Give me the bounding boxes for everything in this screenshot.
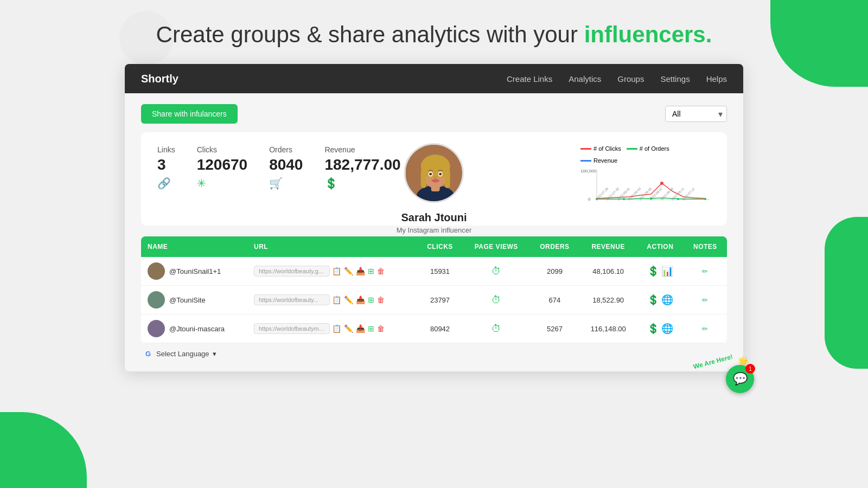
row3-action: 💲 🌐 xyxy=(637,314,684,343)
revenue-value: 182,777.00 xyxy=(324,156,400,174)
row1-revenue: 48,106.10 xyxy=(580,257,637,286)
nav-analytics[interactable]: Analytics xyxy=(569,74,601,84)
row3-clicks: 80942 xyxy=(417,314,463,343)
legend-orders: # of Orders xyxy=(627,145,669,152)
row3-url-actions: 📋 ✏️ 📥 ⊞ 🗑 xyxy=(332,324,385,333)
row2-revenue: 18,522.90 xyxy=(580,286,637,314)
delete-icon[interactable]: 🗑 xyxy=(377,296,385,304)
top-bar: Share with infulancers All This Week Thi… xyxy=(141,104,727,124)
links-label: Links xyxy=(157,145,175,154)
profile-center: Sarah Jtouni My Instagram influencer xyxy=(397,143,472,234)
svg-text:100,000: 100,000 xyxy=(580,169,596,174)
legend-orders-label: # of Orders xyxy=(640,145,669,152)
row3-pageviews: ⏱ xyxy=(463,314,529,343)
delete-icon[interactable]: 🗑 xyxy=(377,324,385,333)
revenue-icon: 💲 xyxy=(324,177,338,190)
row1-name: @TouniSnail1+1 xyxy=(141,257,247,286)
globe-icon[interactable]: 🌐 xyxy=(661,323,673,335)
table-body: @TouniSnail1+1 https://worldofbeauty.g..… xyxy=(141,257,727,343)
avatar-image xyxy=(406,145,462,201)
row1-url: https://worldofbeauty.g... 📋 ✏️ 📥 ⊞ 🗑 xyxy=(247,257,417,286)
chart-section: # of Clicks # of Orders Revenue xyxy=(580,145,711,213)
table-row: @TouniSite https://worldofbeauty... 📋 ✏️… xyxy=(141,286,727,314)
table-row: @TouniSnail1+1 https://worldofbeauty.g..… xyxy=(141,257,727,286)
revenue-action-icon[interactable]: 💲 xyxy=(647,265,659,277)
qr-icon[interactable]: ⊞ xyxy=(368,296,374,304)
chat-badge: 1 xyxy=(745,364,755,374)
copy-icon[interactable]: 📋 xyxy=(332,267,341,275)
copy-icon[interactable]: 📋 xyxy=(332,296,341,304)
chart-action-icon[interactable]: 📊 xyxy=(661,265,673,277)
row1-avatar xyxy=(148,262,165,280)
row3-name: @Jtouni-mascara xyxy=(141,314,247,343)
edit-icon[interactable]: ✏️ xyxy=(344,324,353,333)
legend-revenue-label: Revenue xyxy=(593,157,617,164)
svg-point-11 xyxy=(439,173,442,176)
pageview-icon: ⏱ xyxy=(492,266,501,277)
nav-groups[interactable]: Groups xyxy=(617,74,644,84)
table-header: NAME URL CLICKS PAGE VIEWS ORDERS REVENU… xyxy=(141,236,727,257)
pageview-icon: ⏱ xyxy=(492,294,501,305)
chat-button[interactable]: 💬 1 xyxy=(726,365,754,393)
copy-icon[interactable]: 📋 xyxy=(332,324,341,333)
col-pageviews: PAGE VIEWS xyxy=(463,236,529,257)
col-name: NAME xyxy=(141,236,247,257)
notes-icon[interactable]: ✏ xyxy=(702,325,708,333)
svg-rect-7 xyxy=(445,169,450,188)
row2-orders: 674 xyxy=(529,286,579,314)
page-headline: Create groups & share analytics with you… xyxy=(156,22,712,48)
svg-rect-6 xyxy=(421,169,426,188)
orders-icon: 🛒 xyxy=(269,177,283,190)
filter-select[interactable]: All This Week This Month This Year xyxy=(665,106,727,122)
col-action: ACTION xyxy=(637,236,684,257)
row2-pageviews: ⏱ xyxy=(463,286,529,314)
legend-clicks: # of Clicks xyxy=(580,145,621,152)
row3-avatar xyxy=(148,320,165,337)
clicks-value: 120670 xyxy=(197,156,247,174)
legend-clicks-label: # of Clicks xyxy=(593,145,621,152)
links-value: 3 xyxy=(157,156,166,174)
nav-helps[interactable]: Helps xyxy=(706,74,727,84)
nav-settings[interactable]: Settings xyxy=(660,74,690,84)
col-url: URL xyxy=(247,236,417,257)
qr-icon[interactable]: ⊞ xyxy=(368,267,374,275)
row3-notes[interactable]: ✏ xyxy=(684,314,727,343)
svg-point-10 xyxy=(429,173,432,176)
col-revenue: REVENUE xyxy=(580,236,637,257)
edit-icon[interactable]: ✏️ xyxy=(344,296,353,304)
svg-point-12 xyxy=(435,177,437,179)
navbar-links: Create Links Analytics Groups Settings H… xyxy=(507,74,727,84)
pageview-icon: ⏱ xyxy=(492,323,501,334)
nav-create-links[interactable]: Create Links xyxy=(507,74,552,84)
svg-point-20 xyxy=(623,198,625,200)
row2-notes[interactable]: ✏ xyxy=(684,286,727,314)
wave-icon: 🌟 xyxy=(738,356,749,365)
stats-card: Links 3 🔗 Clicks 120670 ✳ Orders 8040 🛒 xyxy=(141,132,727,226)
bottom-bar: G Select Language ▾ xyxy=(141,343,727,361)
row1-orders: 2099 xyxy=(529,257,579,286)
chart-legend: # of Clicks # of Orders Revenue xyxy=(580,145,711,164)
select-language-label[interactable]: Select Language xyxy=(156,350,209,358)
delete-icon[interactable]: 🗑 xyxy=(377,267,385,275)
download-icon[interactable]: 📥 xyxy=(356,296,365,304)
notes-icon[interactable]: ✏ xyxy=(702,296,708,304)
globe-icon[interactable]: 🌐 xyxy=(661,294,673,306)
language-chevron-icon[interactable]: ▾ xyxy=(213,350,216,358)
notes-icon[interactable]: ✏ xyxy=(702,267,708,275)
row3-url: https://worldofbeautyme... 📋 ✏️ 📥 ⊞ 🗑 xyxy=(247,314,417,343)
download-icon[interactable]: 📥 xyxy=(356,267,365,275)
edit-icon[interactable]: ✏️ xyxy=(344,267,353,275)
legend-revenue-line xyxy=(580,160,591,162)
download-icon[interactable]: 📥 xyxy=(356,324,365,333)
revenue-action-icon[interactable]: 💲 xyxy=(647,294,659,306)
qr-icon[interactable]: ⊞ xyxy=(368,324,374,333)
revenue-label: Revenue xyxy=(324,145,355,154)
mini-chart: 100,000 0 xyxy=(580,167,711,210)
profile-name: Sarah Jtouni xyxy=(401,211,467,224)
revenue-action-icon[interactable]: 💲 xyxy=(647,323,659,335)
stat-clicks: Clicks 120670 ✳ xyxy=(197,145,247,190)
share-button[interactable]: Share with infulancers xyxy=(141,104,238,124)
row1-action: 💲 📊 xyxy=(637,257,684,286)
navbar: Shortly Create Links Analytics Groups Se… xyxy=(125,64,743,93)
row1-notes[interactable]: ✏ xyxy=(684,257,727,286)
